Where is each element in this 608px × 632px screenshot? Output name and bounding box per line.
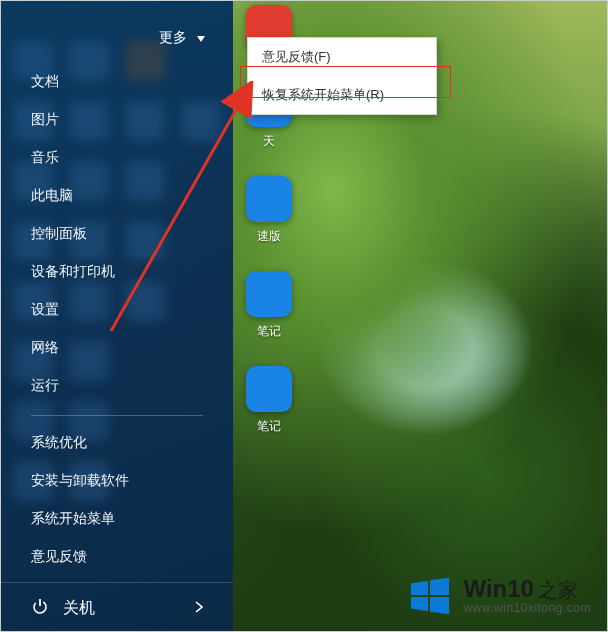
windows-logo-icon [409,575,451,617]
menu-item-feedback[interactable]: 意见反馈 [31,538,203,576]
desktop-icon[interactable] [246,271,292,317]
menu-item-control-panel[interactable]: 控制面板 [31,215,203,253]
desktop-icon-label: 笔记 [239,418,299,435]
desktop-icon-label: 天 [239,133,299,150]
menu-item-settings[interactable]: 设置 [31,291,203,329]
menu-item-documents[interactable]: 文档 [31,63,203,101]
desktop-icon-label: 笔记 [239,323,299,340]
power-bar: 关机 [1,582,233,632]
more-button[interactable]: 更多 [1,1,233,55]
desktop-icon-label: 速版 [239,228,299,245]
context-menu: 意见反馈(F) 恢复系统开始菜单(R) [247,37,437,115]
menu-item-devices-printers[interactable]: 设备和打印机 [31,253,203,291]
context-item-feedback[interactable]: 意见反馈(F) [248,38,436,76]
chevron-right-icon[interactable] [195,599,203,617]
menu-item-music[interactable]: 音乐 [31,139,203,177]
desktop-icon[interactable] [246,366,292,412]
menu-item-this-pc[interactable]: 此电脑 [31,177,203,215]
more-label: 更多 [159,29,187,45]
watermark-url: www.win10xitong.com [463,601,591,616]
menu-item-system-optimize[interactable]: 系统优化 [31,424,203,462]
shutdown-label[interactable]: 关机 [63,598,95,619]
menu-item-run[interactable]: 运行 [31,367,203,405]
menu-item-pictures[interactable]: 图片 [31,101,203,139]
chevron-down-icon [197,29,205,45]
start-menu-panel: 更多 文档 图片 音乐 此电脑 控制面板 设备和打印机 设置 网络 运行 系统优… [1,1,233,632]
context-item-restore-start[interactable]: 恢复系统开始菜单(R) [248,76,436,114]
menu-item-network[interactable]: 网络 [31,329,203,367]
menu-divider [31,415,203,416]
desktop-icon[interactable] [246,176,292,222]
start-menu-list: 文档 图片 音乐 此电脑 控制面板 设备和打印机 设置 网络 运行 系统优化 安… [1,55,233,576]
power-icon[interactable] [31,597,49,619]
watermark: Win10之家 www.win10xitong.com [409,575,591,617]
menu-item-system-start-menu[interactable]: 系统开始菜单 [31,500,203,538]
watermark-title: Win10之家 [463,577,591,601]
menu-item-install-uninstall[interactable]: 安装与卸载软件 [31,462,203,500]
